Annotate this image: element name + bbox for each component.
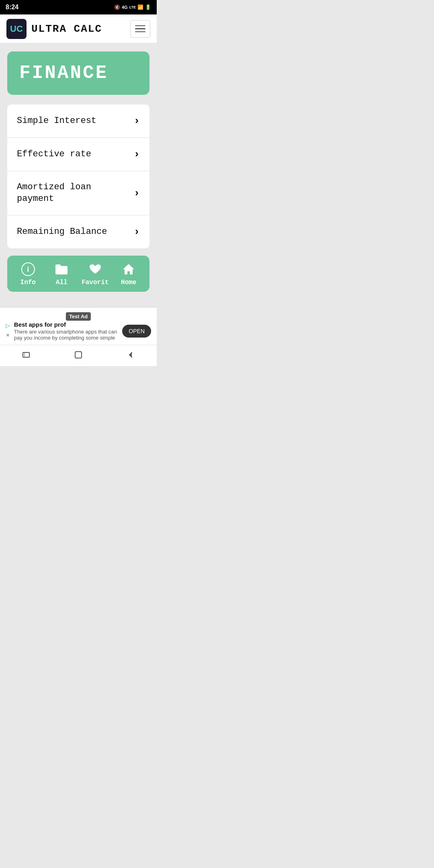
nav-item-favorit[interactable]: Favorit (78, 262, 112, 286)
ad-icon-area: ▷ ✕ (6, 321, 10, 338)
home-system-button[interactable] (70, 349, 86, 360)
info-icon: i (21, 262, 35, 276)
network-4g-icon: 4G (122, 5, 128, 10)
chevron-icon-remaining-balance: › (133, 226, 140, 238)
hamburger-line-1 (135, 25, 145, 27)
ad-banner: Test Ad ▷ ✕ Best apps for prof There are… (0, 307, 157, 345)
ad-test-label: Test Ad (66, 312, 91, 321)
home-icon (121, 262, 136, 276)
main-content: FINANCE Simple Interest › Effective rate… (0, 43, 157, 307)
menu-item-remaining-balance[interactable]: Remaining Balance › (7, 215, 149, 248)
ad-close-icon[interactable]: ✕ (6, 332, 9, 338)
status-bar: 8:24 🔇 4G LTE 📶 🔋 (0, 0, 157, 14)
ad-open-button[interactable]: OPEN (122, 325, 151, 338)
menu-item-simple-interest[interactable]: Simple Interest › (7, 104, 149, 138)
hamburger-line-3 (135, 31, 145, 33)
mute-icon: 🔇 (114, 4, 120, 10)
svg-rect-3 (75, 352, 82, 358)
bottom-nav: i Info All Favorit (7, 256, 149, 292)
nav-item-info[interactable]: i Info (11, 262, 45, 286)
finance-banner: FINANCE (7, 51, 149, 95)
app-logo: UC (6, 19, 27, 39)
app-title: ULTRA CALC (31, 23, 102, 35)
ad-description: There are various smartphone apps that c… (14, 329, 118, 341)
status-time: 8:24 (6, 4, 18, 11)
menu-item-label-effective-rate: Effective rate (17, 149, 129, 160)
ad-play-icon: ▷ (6, 321, 10, 330)
back-button[interactable] (123, 349, 139, 360)
app-header: UC ULTRA CALC (0, 14, 157, 43)
recents-button[interactable] (18, 349, 34, 360)
nav-item-home[interactable]: Home (112, 262, 146, 286)
battery-icon: 🔋 (145, 4, 151, 10)
chevron-icon-amortized-loan: › (133, 187, 140, 199)
nav-label-home: Home (121, 279, 136, 286)
ad-text-area: Best apps for prof There are various sma… (14, 321, 118, 341)
nav-label-all: All (56, 279, 68, 286)
ad-content: ▷ ✕ Best apps for prof There are various… (6, 321, 151, 341)
folder-icon (54, 262, 69, 276)
svg-marker-0 (123, 264, 134, 274)
signal-icon: 📶 (137, 4, 143, 10)
header-left: UC ULTRA CALC (6, 19, 102, 39)
nav-label-info: Info (20, 279, 36, 286)
hamburger-menu-button[interactable] (130, 20, 150, 38)
info-icon-container: i (21, 262, 35, 276)
nav-item-all[interactable]: All (45, 262, 79, 286)
menu-item-label-remaining-balance: Remaining Balance (17, 226, 129, 238)
finance-banner-text: FINANCE (19, 63, 108, 84)
system-nav-bar (0, 345, 157, 366)
menu-item-label-simple-interest: Simple Interest (17, 115, 129, 127)
chevron-icon-simple-interest: › (133, 115, 140, 127)
ad-title: Best apps for prof (14, 321, 118, 328)
logo-text: UC (10, 25, 23, 33)
heart-icon (88, 262, 102, 276)
chevron-icon-effective-rate: › (133, 148, 140, 160)
lte-icon: LTE (129, 5, 136, 9)
menu-list: Simple Interest › Effective rate › Amort… (7, 104, 149, 248)
menu-item-label-amortized-loan: Amortized loan payment (17, 182, 129, 205)
status-icons: 🔇 4G LTE 📶 🔋 (114, 4, 151, 10)
nav-label-favorit: Favorit (82, 279, 108, 286)
svg-rect-1 (23, 352, 29, 357)
menu-item-effective-rate[interactable]: Effective rate › (7, 138, 149, 171)
menu-item-amortized-loan[interactable]: Amortized loan payment › (7, 171, 149, 215)
hamburger-line-2 (135, 28, 145, 29)
